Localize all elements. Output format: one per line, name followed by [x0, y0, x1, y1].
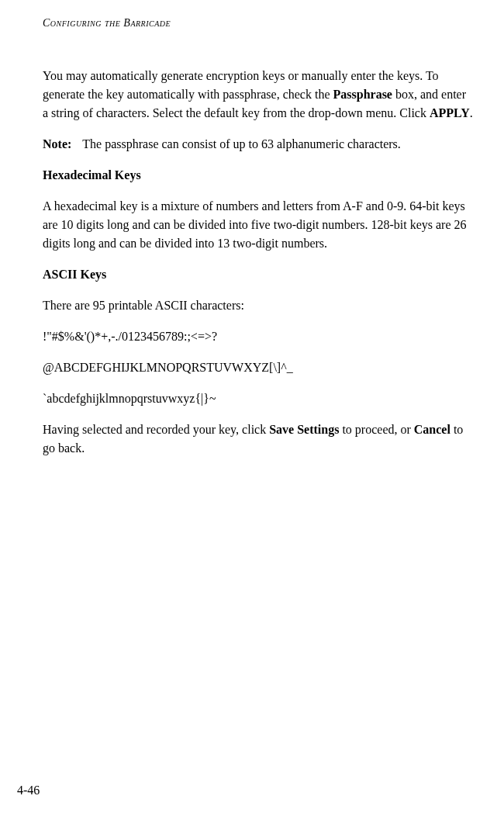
running-header: Configuring the Barricade: [43, 17, 473, 29]
note-text: The passphrase can consist of up to 63 a…: [82, 135, 473, 154]
ascii-row-2: @ABCDEFGHIJKLMNOPQRSTUVWXYZ[\]^_: [43, 358, 473, 377]
page-number: 4-46: [17, 784, 40, 797]
body-text: You may automatically generate encryptio…: [43, 67, 473, 458]
paragraph-intro: You may automatically generate encryptio…: [43, 67, 473, 123]
page: Configuring the Barricade You may automa…: [0, 0, 504, 813]
text-run: to proceed, or: [339, 423, 413, 436]
ascii-row-3: `abcdefghijklmnopqrstuvwxyz{|}~: [43, 389, 473, 408]
bold-save-settings: Save Settings: [269, 423, 339, 436]
bold-apply: APPLY: [430, 106, 470, 119]
ascii-row-1: !"#$%&'()*+,-./0123456789:;<=>?: [43, 327, 473, 346]
bold-passphrase: Passphrase: [333, 88, 392, 101]
text-run: Having selected and recorded your key, c…: [43, 423, 269, 436]
note-block: Note: The passphrase can consist of up t…: [43, 135, 473, 154]
heading-hex-keys: Hexadecimal Keys: [43, 166, 473, 185]
text-run: .: [470, 106, 473, 119]
heading-ascii-keys: ASCII Keys: [43, 265, 473, 284]
paragraph-hex: A hexadecimal key is a mixture of number…: [43, 197, 473, 253]
paragraph-closing: Having selected and recorded your key, c…: [43, 420, 473, 458]
note-label: Note:: [43, 135, 82, 154]
paragraph-ascii-intro: There are 95 printable ASCII characters:: [43, 296, 473, 315]
bold-cancel: Cancel: [414, 423, 450, 436]
